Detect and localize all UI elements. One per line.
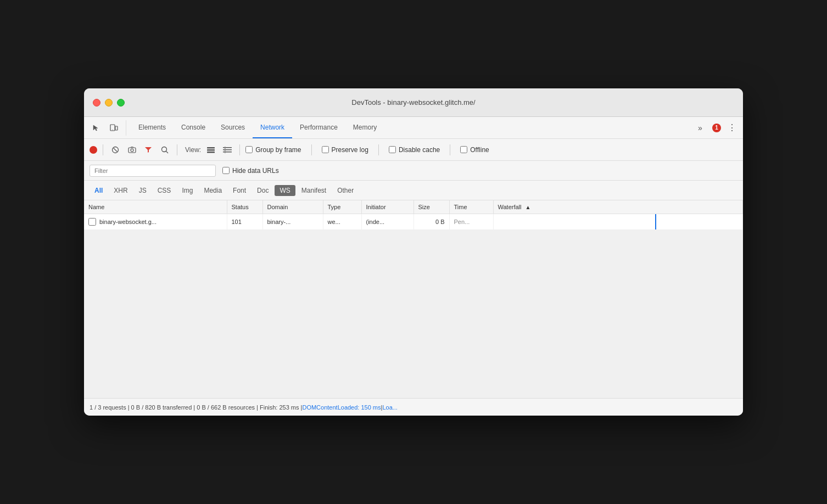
minimize-button[interactable] — [105, 99, 113, 107]
kebab-menu-button[interactable]: ⋮ — [725, 120, 739, 135]
table-row[interactable]: binary-websocket.g... 101 binary-... we.… — [84, 214, 743, 230]
record-button[interactable] — [90, 146, 97, 154]
tab-elements[interactable]: Elements — [131, 117, 174, 138]
title-bar: DevTools - binary-websocket.glitch.me/ — [84, 88, 743, 117]
col-header-size[interactable]: Size — [413, 200, 449, 214]
type-tab-doc[interactable]: Doc — [252, 185, 273, 196]
svg-line-8 — [166, 151, 169, 153]
svg-point-2 — [112, 129, 113, 130]
cell-type: we... — [323, 214, 361, 230]
svg-rect-14 — [223, 152, 232, 153]
cell-status: 101 — [227, 214, 262, 230]
tab-bar-right: » 1 ⋮ — [692, 120, 739, 136]
tab-performance[interactable]: Performance — [292, 117, 345, 138]
col-header-type[interactable]: Type — [323, 200, 361, 214]
divider-5 — [378, 144, 379, 155]
tab-console[interactable]: Console — [174, 117, 213, 138]
col-header-waterfall[interactable]: Waterfall ▲ — [493, 200, 743, 214]
error-badge[interactable]: 1 — [712, 124, 721, 132]
devtools-window: DevTools - binary-websocket.glitch.me/ E… — [84, 88, 743, 416]
more-tabs-button[interactable]: » — [692, 120, 708, 136]
type-tab-xhr[interactable]: XHR — [109, 185, 132, 196]
col-header-time[interactable]: Time — [449, 200, 493, 214]
cell-domain: binary-... — [262, 214, 323, 230]
offline-checkbox[interactable]: Offline — [460, 146, 489, 154]
preserve-log-checkbox[interactable]: Preserve log — [322, 146, 368, 154]
row-checkbox[interactable] — [88, 218, 96, 226]
type-tab-font[interactable]: Font — [228, 185, 251, 196]
svg-rect-12 — [223, 147, 232, 148]
svg-point-6 — [131, 149, 133, 152]
divider-2 — [177, 144, 177, 155]
svg-rect-9 — [207, 147, 215, 149]
disable-cache-checkbox[interactable]: Disable cache — [389, 146, 440, 154]
cell-name: binary-websocket.g... — [84, 214, 227, 230]
tabs-list: Elements Console Sources Network Perform… — [131, 117, 692, 138]
load-link[interactable]: Loa... — [382, 404, 398, 411]
type-tab-ws[interactable]: WS — [275, 185, 295, 196]
svg-point-7 — [162, 147, 167, 152]
svg-rect-15 — [225, 147, 226, 153]
cell-initiator: (inde... — [361, 214, 413, 230]
filter-bar: Hide data URLs — [84, 161, 743, 181]
search-button[interactable] — [158, 143, 171, 156]
divider-6 — [450, 144, 450, 155]
svg-rect-5 — [128, 148, 136, 153]
maximize-button[interactable] — [117, 99, 125, 107]
filter-input[interactable] — [90, 165, 216, 177]
divider-4 — [311, 144, 312, 155]
group-by-frame-checkbox[interactable]: Group by frame — [245, 146, 301, 154]
cell-waterfall — [493, 214, 743, 230]
cell-size: 0 B — [413, 214, 449, 230]
svg-rect-10 — [207, 149, 215, 151]
type-tab-all[interactable]: All — [90, 185, 108, 196]
svg-rect-13 — [223, 149, 232, 150]
type-tab-js[interactable]: JS — [134, 185, 152, 196]
type-tab-media[interactable]: Media — [199, 185, 227, 196]
close-button[interactable] — [93, 99, 100, 107]
tab-memory[interactable]: Memory — [345, 117, 384, 138]
toolbar-icons — [88, 120, 126, 136]
divider-3 — [239, 144, 240, 155]
error-count: 1 — [712, 124, 721, 132]
checkbox-group: Group by frame Preserve log Disable cach… — [245, 144, 489, 155]
view-compact-icon[interactable] — [221, 143, 234, 156]
window-title: DevTools - binary-websocket.glitch.me/ — [351, 98, 475, 107]
type-tab-css[interactable]: CSS — [153, 185, 176, 196]
network-table: Name Status Domain Type Initiator Size T… — [84, 200, 743, 230]
capture-screenshot-button[interactable] — [125, 143, 138, 156]
tab-bar: Elements Console Sources Network Perform… — [84, 117, 743, 139]
table-header-row: Name Status Domain Type Initiator Size T… — [84, 200, 743, 214]
type-filter-bar: All XHR JS CSS Img Media Font Doc WS Man… — [84, 181, 743, 200]
clear-button[interactable] — [109, 143, 122, 156]
svg-line-4 — [114, 148, 118, 152]
tab-network[interactable]: Network — [253, 117, 292, 138]
network-toolbar: View: Group by frame — [84, 139, 743, 161]
view-label: View: — [185, 146, 201, 154]
status-text: 1 / 3 requests | 0 B / 820 B transferred… — [90, 404, 302, 411]
filter-icon[interactable] — [142, 143, 155, 156]
col-header-name[interactable]: Name — [84, 200, 227, 214]
sort-asc-icon: ▲ — [526, 204, 531, 210]
svg-rect-11 — [207, 152, 215, 153]
col-header-status[interactable]: Status — [227, 200, 262, 214]
cell-time: Pen... — [449, 214, 493, 230]
svg-rect-1 — [115, 126, 118, 130]
network-table-container: Name Status Domain Type Initiator Size T… — [84, 200, 743, 398]
view-list-icon[interactable] — [204, 143, 217, 156]
col-header-domain[interactable]: Domain — [262, 200, 323, 214]
traffic-lights — [93, 99, 125, 107]
col-header-initiator[interactable]: Initiator — [361, 200, 413, 214]
tab-sources[interactable]: Sources — [213, 117, 253, 138]
status-bar: 1 / 3 requests | 0 B / 820 B transferred… — [84, 398, 743, 416]
hide-data-urls-checkbox[interactable]: Hide data URLs — [222, 167, 279, 175]
type-tab-img[interactable]: Img — [177, 185, 198, 196]
divider-1 — [103, 144, 103, 155]
device-icon[interactable] — [106, 120, 121, 136]
dom-content-loaded-link[interactable]: DOMContentLoaded: 150 ms — [302, 404, 381, 411]
cursor-icon[interactable] — [88, 120, 104, 136]
type-tab-manifest[interactable]: Manifest — [297, 185, 331, 196]
type-tab-other[interactable]: Other — [332, 185, 359, 196]
